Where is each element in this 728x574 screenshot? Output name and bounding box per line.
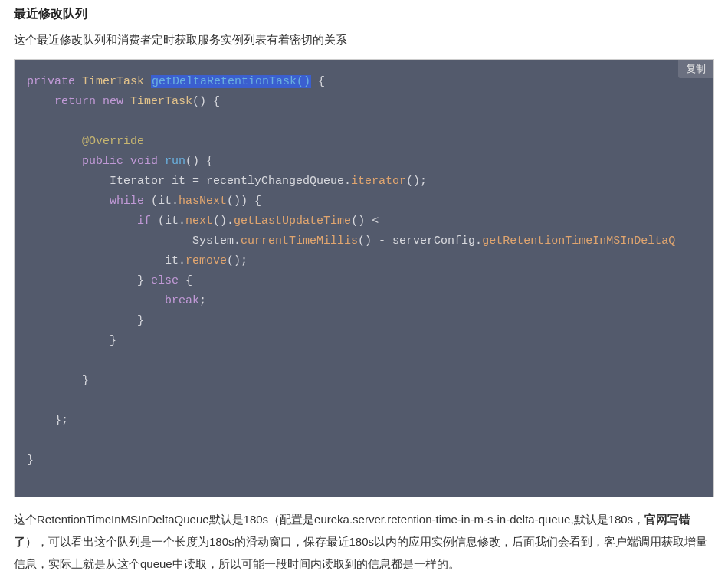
code-block: 复制 private TimerTask getDeltaRetentionTa… <box>14 59 714 497</box>
explanation-paragraph: 这个RetentionTimeInMSInDeltaQueue默认是180s（配… <box>14 508 714 575</box>
intro-paragraph: 这个最近修改队列和消费者定时获取服务实例列表有着密切的关系 <box>14 30 714 50</box>
code-content: private TimerTask getDeltaRetentionTask(… <box>15 60 713 497</box>
highlighted-method: getDeltaRetentionTask() <box>151 75 311 88</box>
code-scroll-area[interactable]: private TimerTask getDeltaRetentionTask(… <box>15 60 713 497</box>
section-title: 最近修改队列 <box>14 6 714 22</box>
copy-button[interactable]: 复制 <box>678 60 713 78</box>
